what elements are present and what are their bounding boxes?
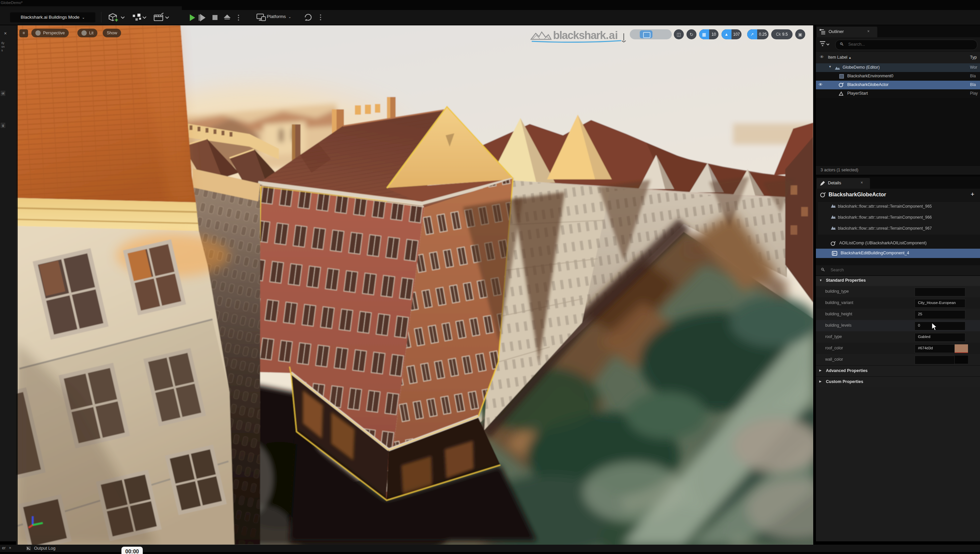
svg-text:blackshark: blackshark: [553, 29, 607, 41]
svg-text:.ai: .ai: [606, 29, 618, 41]
